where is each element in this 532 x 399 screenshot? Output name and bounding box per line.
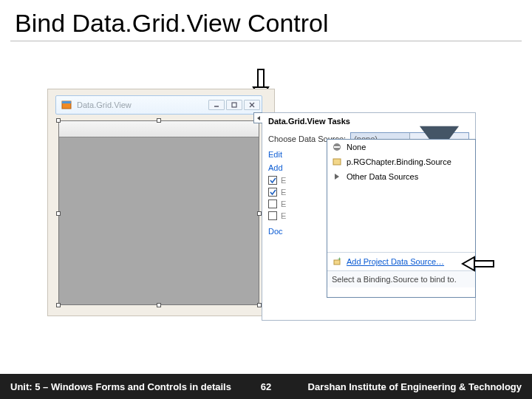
smart-tag-glyph[interactable] — [253, 112, 262, 123]
maximize-button[interactable] — [226, 100, 242, 110]
datagridview-column-header — [59, 121, 259, 137]
svg-rect-12 — [333, 159, 341, 165]
slide-footer: Unit: 5 – Windows Forms and Controls in … — [0, 374, 532, 399]
checkbox-label: E — [281, 211, 286, 220]
data-source-option-none[interactable]: None — [327, 140, 475, 154]
datagridview-control[interactable] — [58, 120, 259, 305]
checkbox[interactable] — [268, 200, 277, 208]
svg-rect-16 — [474, 261, 494, 267]
selection-handle[interactable] — [157, 118, 161, 123]
svg-text:+: + — [338, 256, 341, 262]
data-source-option-label: None — [347, 143, 366, 151]
selection-handle[interactable] — [56, 303, 61, 307]
svg-marker-8 — [257, 116, 260, 120]
screenshot-stage: Data.Grid.View Data.Grid.View Tasks Ch — [47, 89, 476, 325]
svg-rect-5 — [232, 103, 236, 107]
close-button[interactable] — [244, 100, 260, 110]
add-data-source-icon: + — [332, 256, 342, 267]
add-column-link[interactable]: Add — [268, 163, 283, 172]
checkbox[interactable] — [268, 211, 277, 220]
data-source-option-label: p.RGChapter.Binding.Source — [347, 157, 451, 166]
svg-marker-17 — [463, 257, 474, 270]
add-project-data-source-link[interactable]: Add Project Data Source… — [347, 257, 444, 266]
selection-handle[interactable] — [56, 211, 61, 216]
selection-handle[interactable] — [56, 118, 61, 123]
dock-link[interactable]: Doc — [268, 227, 283, 236]
form-title-text: Data.Grid.View — [77, 100, 208, 109]
minimize-button[interactable] — [208, 100, 225, 110]
svg-rect-0 — [258, 69, 264, 87]
svg-rect-3 — [62, 101, 71, 103]
binding-source-icon — [332, 157, 342, 167]
footer-unit: Unit: 5 – Windows Forms and Controls in … — [0, 381, 244, 392]
checkbox[interactable] — [268, 188, 277, 197]
data-source-option-label: Other Data Sources — [347, 172, 418, 181]
selection-handle[interactable] — [157, 303, 161, 307]
none-icon — [332, 142, 342, 152]
form-icon — [61, 99, 72, 111]
add-project-data-source-row[interactable]: + Add Project Data Source… — [327, 252, 475, 270]
checkbox-label: E — [281, 188, 286, 197]
checkbox-label: E — [281, 200, 286, 208]
data-source-dropdown: None p.RGChapter.Binding.Source Other Da… — [327, 139, 476, 298]
form-titlebar: Data.Grid.View — [55, 95, 262, 115]
checkbox-label: E — [281, 176, 286, 185]
footer-institute: Darshan Institute of Engineering & Techn… — [288, 381, 532, 392]
edit-columns-link[interactable]: Edit — [268, 150, 282, 159]
data-source-hint: Select a Binding.Source to bind to. — [327, 270, 475, 287]
form-designer-panel: Data.Grid.View — [47, 89, 275, 316]
svg-rect-11 — [334, 146, 340, 148]
svg-marker-13 — [335, 174, 339, 180]
slide-title: Bind Data.Grid.View Control — [0, 0, 532, 41]
footer-page-number: 62 — [244, 381, 288, 392]
title-divider — [10, 41, 522, 41]
arrow-left-annotation — [461, 256, 495, 275]
expand-icon — [332, 171, 342, 182]
data-source-option-bindingsource[interactable]: p.RGChapter.Binding.Source — [327, 154, 475, 169]
data-source-option-other[interactable]: Other Data Sources — [327, 169, 475, 184]
checkbox[interactable] — [268, 176, 277, 185]
data-source-list: None p.RGChapter.Binding.Source Other Da… — [327, 140, 475, 252]
